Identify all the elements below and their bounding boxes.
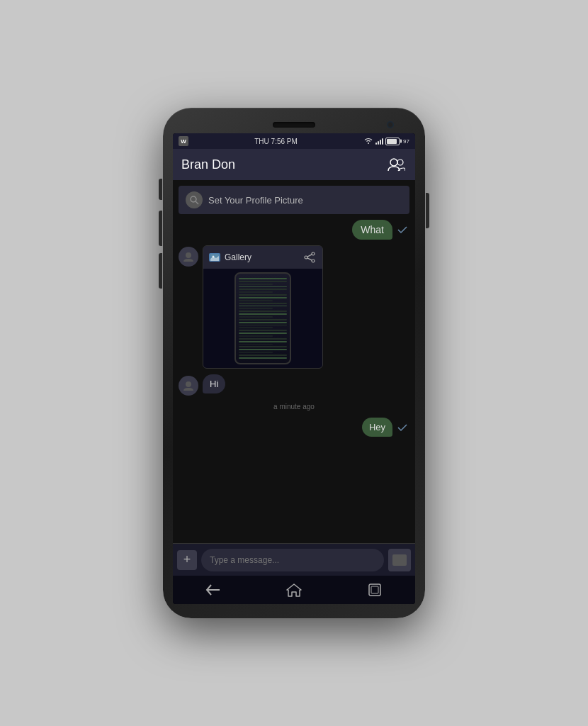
gallery-preview bbox=[203, 269, 322, 368]
message-row-hey: Hey bbox=[179, 418, 409, 437]
message-row: What bbox=[179, 220, 409, 240]
send-button[interactable] bbox=[388, 549, 411, 571]
phone-device: W THU 7:56 PM bbox=[163, 108, 425, 618]
input-bar: + bbox=[173, 543, 415, 576]
contact-icon-button[interactable] bbox=[385, 154, 407, 175]
recents-nav-button[interactable] bbox=[361, 576, 389, 604]
status-bar: W THU 7:56 PM bbox=[173, 133, 415, 149]
outgoing-bubble-what: What bbox=[352, 220, 392, 240]
timestamp: a minute ago bbox=[179, 401, 409, 412]
volume-down-button[interactable] bbox=[159, 253, 162, 289]
avatar bbox=[179, 247, 198, 267]
contacts-icon bbox=[387, 157, 405, 172]
incoming-bubble-hi: Hi bbox=[203, 374, 225, 393]
share-icon[interactable] bbox=[303, 250, 317, 264]
screenshot-thumbnail bbox=[234, 272, 291, 364]
back-arrow-icon bbox=[205, 583, 221, 596]
profile-picture-banner[interactable]: Set Your Profile Picture bbox=[179, 186, 409, 214]
svg-line-3 bbox=[196, 201, 198, 204]
svg-point-12 bbox=[186, 381, 191, 387]
svg-rect-16 bbox=[371, 586, 378, 593]
battery-percentage: 97 bbox=[403, 138, 409, 145]
delivery-indicator-hey bbox=[395, 420, 409, 435]
speaker bbox=[273, 122, 315, 128]
svg-line-11 bbox=[307, 258, 312, 260]
back-nav-button[interactable] bbox=[199, 576, 227, 604]
message-row-gallery: Gallery bbox=[179, 245, 409, 369]
status-right: 97 bbox=[363, 138, 409, 145]
volume-up-button[interactable] bbox=[159, 211, 162, 246]
message-row-hi: Hi bbox=[179, 374, 409, 396]
power-button[interactable] bbox=[426, 193, 429, 228]
signal-bars bbox=[375, 138, 383, 145]
svg-point-1 bbox=[397, 160, 403, 165]
app-notification-icon: W bbox=[179, 136, 188, 146]
app-bar: Bran Don bbox=[173, 149, 415, 180]
phone-top bbox=[173, 122, 415, 128]
gallery-label: Gallery bbox=[225, 252, 298, 262]
wifi-icon bbox=[363, 138, 373, 145]
svg-point-4 bbox=[186, 252, 191, 258]
svg-point-9 bbox=[305, 256, 307, 259]
nav-bar bbox=[173, 576, 415, 604]
svg-point-8 bbox=[312, 259, 315, 262]
recents-icon bbox=[368, 583, 382, 597]
banner-search-icon bbox=[186, 191, 203, 208]
home-nav-button[interactable] bbox=[280, 576, 308, 604]
volume-silent-button[interactable] bbox=[159, 179, 162, 200]
svg-point-7 bbox=[312, 252, 315, 255]
send-icon bbox=[392, 554, 407, 566]
chat-content: Set Your Profile Picture What bbox=[173, 180, 415, 543]
status-left: W bbox=[179, 136, 188, 146]
svg-line-10 bbox=[307, 255, 312, 257]
gallery-card[interactable]: Gallery bbox=[203, 245, 323, 369]
home-icon bbox=[286, 583, 302, 597]
front-camera bbox=[387, 121, 394, 128]
status-time: THU 7:56 PM bbox=[254, 138, 298, 145]
profile-banner-text: Set Your Profile Picture bbox=[208, 195, 303, 206]
add-attachment-button[interactable]: + bbox=[177, 550, 197, 570]
chat-title: Bran Don bbox=[181, 157, 385, 172]
gallery-icon bbox=[209, 253, 220, 262]
outgoing-bubble-hey: Hey bbox=[362, 418, 392, 437]
delivery-indicator bbox=[395, 223, 409, 237]
gallery-card-header: Gallery bbox=[203, 246, 322, 269]
svg-rect-15 bbox=[369, 584, 380, 596]
svg-point-2 bbox=[191, 196, 196, 202]
svg-point-0 bbox=[390, 159, 397, 166]
avatar-hi bbox=[179, 376, 198, 396]
svg-marker-14 bbox=[287, 584, 301, 596]
battery-indicator bbox=[385, 138, 400, 145]
screen: W THU 7:56 PM bbox=[173, 133, 415, 604]
message-input[interactable] bbox=[201, 549, 384, 571]
